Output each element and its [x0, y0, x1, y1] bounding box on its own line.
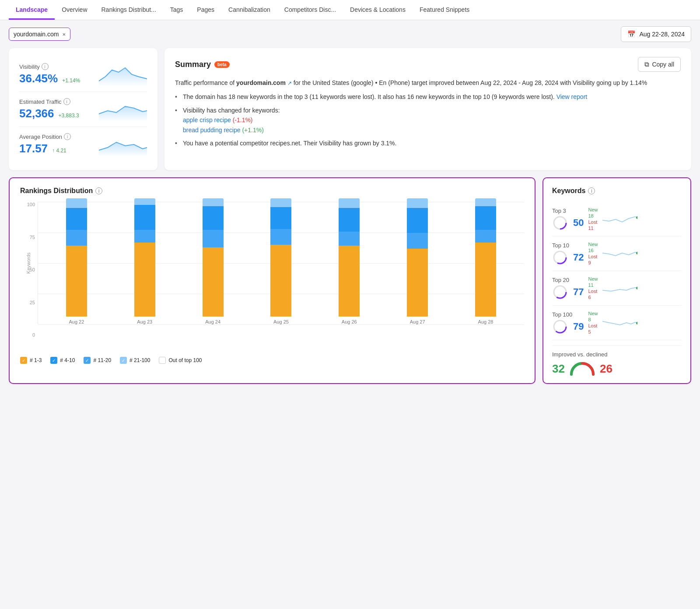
- kw-top100-new-label: New: [588, 311, 598, 316]
- nav-landscape[interactable]: Landscape: [9, 0, 55, 20]
- bar-chart: 100 75 50 25 0: [20, 202, 524, 351]
- improved-declined-values: 32 26: [552, 361, 682, 376]
- copy-all-button[interactable]: ⧉ Copy all: [638, 57, 681, 72]
- position-value: 17.57: [19, 142, 48, 155]
- nav-rankings-dist[interactable]: Rankings Distribut...: [94, 0, 163, 20]
- calendar-icon: 📅: [627, 30, 636, 38]
- summary-bullet-3: You have a potential competitor recipes.…: [175, 138, 681, 148]
- legend-outtop100: Out of top 100: [159, 357, 202, 364]
- kw-top10-newlost: New 16 Lost 9: [588, 242, 598, 265]
- kw-top10-lost: 9: [588, 260, 598, 265]
- position-chart: [99, 134, 147, 155]
- traffic-value: 52,366: [19, 107, 54, 120]
- improved-value: 32: [552, 362, 565, 376]
- nav-snippets[interactable]: Featured Snippets: [413, 0, 476, 20]
- svg-point-11: [636, 322, 637, 324]
- domain-filter[interactable]: yourdomain.com ×: [9, 28, 70, 41]
- kw-top3-new-label: New: [588, 207, 598, 212]
- summary-bullet-2: Visibility has changed for keywords: app…: [175, 106, 681, 135]
- legend-top3: ✓ # 1-3: [20, 357, 42, 364]
- bar-stack-aug25: [270, 198, 291, 317]
- position-metric: Average Position i 17.57 ↑ 4.21: [19, 127, 147, 162]
- metrics-card: Visibility i 36.45% +1.14%: [9, 48, 158, 170]
- kw-top20-new: 11: [588, 282, 598, 288]
- kw-top20-lost-label: Lost: [588, 289, 598, 294]
- bar-label-aug22: Aug 22: [69, 319, 84, 324]
- bar-stack-aug22: [66, 198, 87, 317]
- nav-cannibalization[interactable]: Cannibalization: [221, 0, 277, 20]
- kw-top100-value: 79: [573, 321, 584, 332]
- nav-overview[interactable]: Overview: [55, 0, 94, 20]
- beta-badge: beta: [214, 61, 230, 68]
- view-report-link[interactable]: View report: [556, 93, 588, 100]
- close-domain-button[interactable]: ×: [63, 31, 66, 38]
- improved-declined-section: Improved vs. declined 32 26: [552, 345, 682, 376]
- kw-top100-sparkline: [602, 316, 637, 329]
- bottom-row: Rankings Distribution i 100 75 50 25 0: [9, 177, 691, 384]
- main-content: Visibility i 36.45% +1.14%: [0, 48, 700, 393]
- date-range-picker[interactable]: 📅 Aug 22-28, 2024: [621, 26, 691, 42]
- traffic-metric: Estimated Traffic i 52,366 +3,883.3: [19, 92, 147, 127]
- visibility-info-icon[interactable]: i: [42, 63, 49, 70]
- seg-top100-aug24: [203, 247, 224, 317]
- bar-aug28: Aug 28: [472, 198, 499, 324]
- kw-top10-circle: [552, 250, 568, 265]
- seg-top20-aug24: [203, 230, 224, 247]
- bar-stack-aug28: [475, 198, 496, 317]
- kw-top10-sparkline: [602, 247, 637, 260]
- traffic-info-icon[interactable]: i: [63, 98, 70, 105]
- visibility-chart: [99, 63, 147, 85]
- seg-top100-aug25: [270, 245, 291, 317]
- seg-top100-aug26: [339, 246, 360, 317]
- position-info-icon[interactable]: i: [64, 133, 71, 140]
- legend-top20-label: # 11-20: [93, 357, 111, 363]
- keywords-card: Keywords i Top 3 50: [542, 177, 691, 384]
- kw-top100-lost-label: Lost: [588, 323, 598, 328]
- nav-tags[interactable]: Tags: [163, 0, 190, 20]
- seg-top10-aug26: [339, 208, 360, 232]
- bar-aug22: Aug 22: [63, 198, 90, 324]
- svg-point-5: [636, 252, 637, 254]
- rankings-info-icon[interactable]: i: [95, 187, 102, 194]
- bar-label-aug24: Aug 24: [205, 319, 220, 324]
- kw-top3-value: 50: [573, 217, 584, 229]
- kw-top10-lost-label: Lost: [588, 254, 598, 259]
- kw-top3-label: Top 3: [552, 208, 584, 214]
- visibility-label: Visibility i: [19, 63, 80, 70]
- keyword-row-top3: Top 3 50 New 18 Lost: [552, 202, 682, 236]
- seg-top3-aug28: [475, 198, 496, 206]
- kw-top20-new-label: New: [588, 276, 598, 282]
- keywords-info-icon[interactable]: i: [588, 187, 595, 194]
- copy-icon: ⧉: [644, 60, 649, 68]
- legend-top100-label: # 21-100: [130, 357, 150, 363]
- nav-pages[interactable]: Pages: [190, 0, 221, 20]
- top-row: Visibility i 36.45% +1.14%: [9, 48, 691, 170]
- seg-top20-aug22: [66, 230, 87, 246]
- bar-label-aug23: Aug 23: [137, 319, 152, 324]
- legend-top10: ✓ # 4-10: [50, 357, 75, 364]
- rankings-title: Rankings Distribution i: [20, 187, 524, 195]
- keyword-row-top100: Top 100 79 New 8 Lost: [552, 306, 682, 340]
- domain-label: yourdomain.com: [14, 31, 59, 38]
- bar-aug24: Aug 24: [200, 198, 226, 324]
- bar-label-aug25: Aug 25: [273, 319, 289, 324]
- seg-top100-aug28: [475, 243, 496, 317]
- keyword2-link[interactable]: bread pudding recipe: [183, 127, 241, 134]
- position-change: ↑ 4.21: [52, 148, 66, 154]
- bar-label-aug28: Aug 28: [478, 319, 494, 324]
- nav-devices[interactable]: Devices & Locations: [343, 0, 413, 20]
- kw-top3-sparkline: [602, 212, 637, 225]
- kw-top3-new: 18: [588, 213, 598, 218]
- nav-competitors[interactable]: Competitors Disc...: [277, 0, 343, 20]
- keyword2-change: (+1.1%): [242, 127, 263, 134]
- kw-top10-new: 16: [588, 248, 598, 253]
- bars-container: Aug 22 Aug 23: [38, 202, 524, 324]
- rankings-distribution-card: Rankings Distribution i 100 75 50 25 0: [9, 177, 536, 384]
- bar-stack-aug27: [407, 198, 428, 317]
- keyword1-link[interactable]: apple crisp recipe: [183, 116, 231, 123]
- summary-bullet-1: The domain has 18 new keywords in the to…: [175, 92, 681, 102]
- keywords-title: Keywords i: [552, 187, 682, 195]
- legend-top3-label: # 1-3: [30, 357, 42, 363]
- visibility-value: 36.45%: [19, 72, 58, 85]
- svg-point-2: [636, 216, 637, 219]
